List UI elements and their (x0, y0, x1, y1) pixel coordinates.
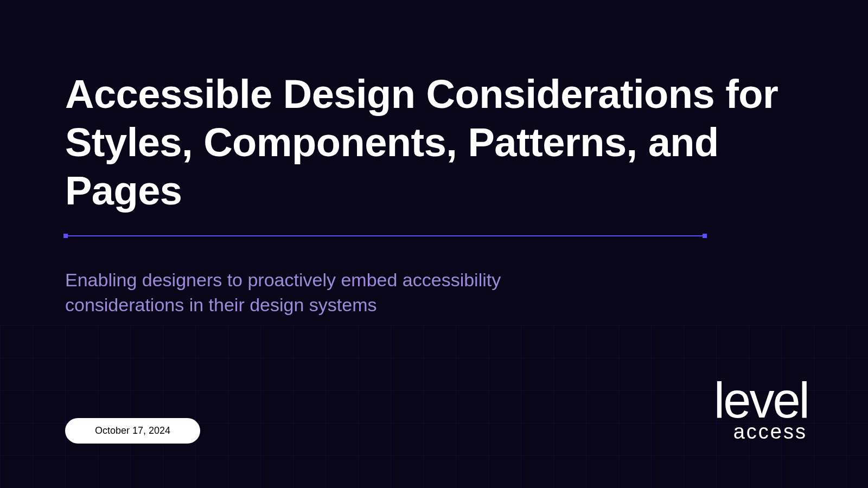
brand-logo: level access (714, 379, 808, 444)
logo-primary-text: level (714, 379, 808, 421)
slide-content: Accessible Design Considerations for Sty… (0, 0, 868, 488)
date-badge: October 17, 2024 (65, 418, 200, 444)
slide-subtitle: Enabling designers to proactively embed … (65, 268, 553, 318)
title-divider (65, 235, 705, 236)
slide-title: Accessible Design Considerations for Sty… (65, 70, 803, 215)
